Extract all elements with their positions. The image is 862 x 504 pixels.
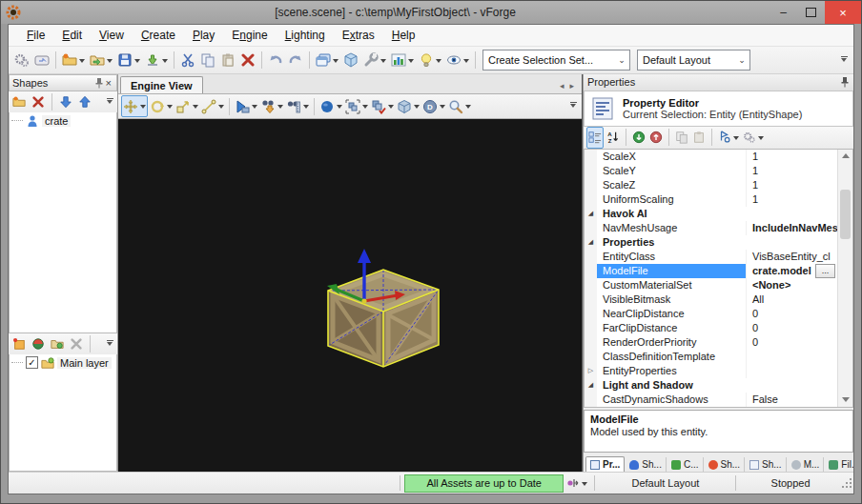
close-button[interactable]: ×	[825, 1, 861, 24]
profiling-button[interactable]	[389, 49, 416, 71]
property-row[interactable]: VisibleBitmask All	[585, 292, 837, 307]
link-tool-button[interactable]	[200, 96, 225, 116]
run-selection-button[interactable]	[234, 96, 258, 116]
property-row[interactable]: NearClipDistance 0	[585, 307, 837, 321]
open-scene-button[interactable]	[88, 49, 114, 71]
measure-view-button[interactable]	[285, 96, 310, 116]
property-row[interactable]: ▷ EntityProperties	[585, 364, 837, 378]
panel-tab[interactable]: Fil...	[825, 457, 853, 472]
property-value[interactable]: 1	[746, 164, 837, 178]
property-row[interactable]: EntityClass VisBaseEntity_cl	[585, 250, 837, 264]
scroll-up-icon[interactable]	[838, 150, 852, 163]
save-button[interactable]	[115, 49, 142, 71]
move-up-button[interactable]	[76, 91, 93, 113]
property-row[interactable]: ScaleY 1	[585, 164, 837, 178]
panel-tab[interactable]: Sh...	[705, 457, 746, 472]
scale-tool-button[interactable]	[174, 96, 199, 116]
delete-layer-button[interactable]	[68, 333, 85, 355]
expander-icon[interactable]	[585, 292, 597, 307]
copy-button[interactable]	[198, 49, 217, 71]
asset-status-badge[interactable]: All Assets are up to Date	[404, 474, 564, 493]
pick-property-button[interactable]	[717, 128, 740, 148]
menu-item[interactable]: Create	[133, 27, 184, 44]
visibility-button[interactable]	[444, 49, 471, 71]
property-row[interactable]: ◢ Properties	[585, 235, 837, 250]
layer-tree-item[interactable]: ✓ Main layer	[10, 354, 116, 371]
pin-icon[interactable]	[94, 77, 104, 89]
browse-button[interactable]: ...	[815, 264, 835, 278]
redo-button[interactable]	[286, 49, 305, 71]
expander-icon[interactable]	[585, 178, 597, 192]
tools-button[interactable]	[361, 49, 388, 71]
zoom-tool-button[interactable]	[447, 96, 472, 116]
property-value[interactable]	[746, 364, 837, 378]
panel-tab[interactable]: Pr...	[585, 456, 625, 472]
expander-icon[interactable]	[585, 278, 597, 292]
move-down-button[interactable]	[57, 91, 74, 113]
resize-grip[interactable]	[841, 477, 852, 489]
export-run-button[interactable]	[259, 96, 284, 116]
menu-item[interactable]: Edit	[53, 27, 91, 44]
delete-button[interactable]	[238, 49, 257, 71]
collapse-all-button[interactable]	[648, 128, 664, 148]
new-scene-button[interactable]	[60, 49, 87, 71]
shapes-toolbar-overflow-button[interactable]	[104, 91, 115, 112]
expander-icon[interactable]	[585, 393, 597, 407]
property-row[interactable]: FarClipDistance 0	[585, 321, 837, 335]
cube-tool-button[interactable]	[341, 49, 360, 71]
tab-scroll-left-icon[interactable]: ◂	[560, 81, 564, 91]
copy-properties-button[interactable]	[674, 128, 689, 148]
update-layer-button[interactable]	[30, 333, 47, 355]
expander-icon[interactable]	[585, 164, 597, 178]
property-value[interactable]: <None>	[746, 278, 837, 292]
expander-icon[interactable]	[585, 264, 597, 278]
property-value[interactable]: 0	[746, 307, 837, 321]
alphabetical-sort-button[interactable]: AZ	[605, 128, 621, 148]
cut-button[interactable]	[178, 49, 197, 71]
menu-item[interactable]: View	[91, 27, 133, 44]
engine-view-tab[interactable]: Engine View	[120, 76, 203, 93]
expander-icon[interactable]	[585, 350, 597, 364]
selection-set-combo[interactable]: Create Selection Set... ⌄	[482, 50, 630, 71]
expander-icon[interactable]	[585, 335, 597, 350]
add-shape-button[interactable]	[10, 91, 28, 113]
expander-icon[interactable]	[585, 221, 597, 235]
grid-settings-button[interactable]	[742, 128, 765, 148]
menu-item[interactable]: Engine	[223, 27, 276, 44]
property-value[interactable]: 0	[746, 335, 837, 350]
menu-item[interactable]: Play	[184, 27, 223, 44]
property-row[interactable]: ModelFile crate.model ...	[585, 264, 837, 278]
expander-icon[interactable]: ◢	[585, 235, 597, 250]
categorized-view-button[interactable]	[586, 127, 604, 149]
panel-tab[interactable]: Sh...	[746, 457, 787, 472]
lighting-button[interactable]	[417, 49, 443, 71]
expander-icon[interactable]: ◢	[585, 378, 597, 393]
shortcut-key-button[interactable]	[32, 49, 51, 71]
menu-item[interactable]: Lighting	[277, 27, 334, 44]
panel-tab[interactable]: Sh...	[626, 457, 667, 472]
expander-icon[interactable]: ◢	[585, 207, 597, 221]
crate-model[interactable]	[314, 246, 455, 372]
expander-icon[interactable]	[585, 250, 597, 264]
tab-scroll-right-icon[interactable]: ▸	[569, 81, 574, 91]
property-value[interactable]: IncludeInNavMesh	[746, 221, 837, 235]
asset-actions-button[interactable]	[565, 474, 588, 494]
property-value[interactable]: False	[746, 393, 837, 407]
expander-icon[interactable]	[585, 321, 597, 335]
move-tool-button[interactable]	[121, 95, 148, 117]
pin-icon[interactable]	[840, 76, 850, 88]
maximize-button[interactable]	[797, 1, 825, 24]
property-row[interactable]: NavMeshUsage IncludeInNavMesh	[585, 221, 837, 235]
expander-icon[interactable]	[585, 150, 597, 164]
layer-checkbox[interactable]: ✓	[26, 356, 38, 369]
shape-filter-button[interactable]	[370, 96, 395, 116]
viewport-toolbar-overflow-button[interactable]	[567, 96, 579, 117]
shape-tree-item[interactable]: crate	[10, 112, 116, 129]
load-layer-button[interactable]	[49, 333, 66, 355]
menu-item[interactable]: File	[18, 27, 53, 44]
property-row[interactable]: ◢ Light and Shadow	[585, 378, 837, 393]
expander-icon[interactable]	[585, 192, 597, 207]
expand-all-button[interactable]	[631, 128, 646, 148]
panel-tab[interactable]: C...	[667, 457, 704, 472]
rotate-tool-button[interactable]	[149, 96, 174, 116]
